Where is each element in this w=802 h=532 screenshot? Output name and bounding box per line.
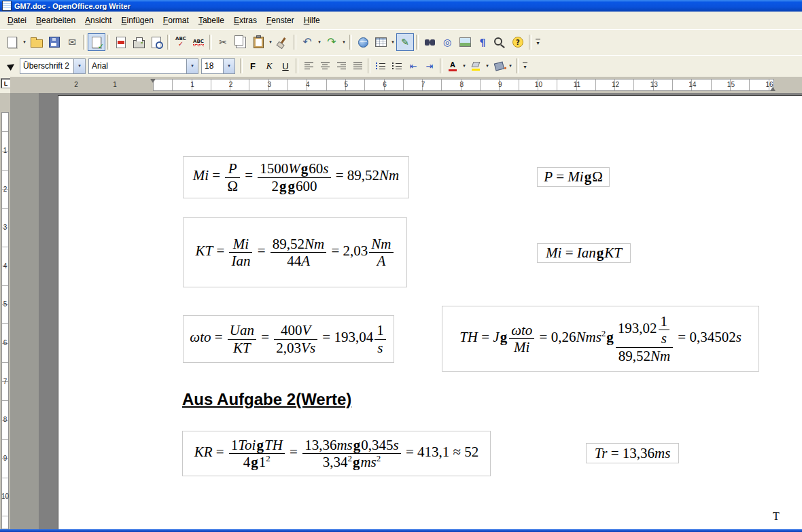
- formula-mi2-object[interactable]: Mi = IangKT: [537, 243, 631, 263]
- font-color-button[interactable]: A: [444, 58, 461, 74]
- paste-button[interactable]: [249, 33, 267, 51]
- formula-p-object[interactable]: P = MigΩ: [537, 167, 610, 187]
- zoom-button[interactable]: [491, 33, 509, 51]
- menu-fenster[interactable]: Fenster: [262, 14, 299, 27]
- redo-dropdown[interactable]: ▾: [341, 39, 347, 45]
- align-left-button[interactable]: [300, 58, 317, 74]
- redo-button[interactable]: ↷: [323, 33, 341, 51]
- page-preview-icon: [152, 37, 161, 48]
- missing-glyph: g: [584, 169, 593, 185]
- toolbar-separator: [440, 58, 442, 73]
- fraction: UanKT: [228, 322, 256, 355]
- fraction: NmA: [369, 236, 393, 269]
- vertical-ruler[interactable]: 12345678910: [0, 93, 10, 529]
- ruler-number: 12: [612, 82, 619, 88]
- superscript: 2: [347, 453, 352, 463]
- vertical-ruler-active-area[interactable]: [1, 112, 9, 529]
- math-text: ωto: [511, 322, 532, 338]
- export-pdf-button[interactable]: [112, 33, 130, 51]
- math-text: Nms: [576, 329, 601, 345]
- bold-button[interactable]: F: [245, 58, 261, 74]
- draw-functions-button[interactable]: ✎: [396, 33, 414, 51]
- undo-button[interactable]: ↶: [298, 33, 316, 51]
- increase-indent-button[interactable]: ⇥: [421, 58, 438, 74]
- save-button[interactable]: [46, 33, 63, 51]
- math-text: s: [736, 329, 742, 345]
- hyperlink-button[interactable]: [354, 33, 372, 51]
- copy-button[interactable]: [232, 33, 249, 51]
- insert-table-dropdown[interactable]: ▾: [389, 39, 396, 45]
- math-text: 4: [243, 454, 251, 470]
- menu-hilfe[interactable]: Hilfe: [299, 14, 325, 27]
- menu-ansicht[interactable]: Ansicht: [80, 14, 116, 27]
- bullet-list-button[interactable]: [389, 58, 405, 74]
- ruler-number: 13: [650, 82, 658, 88]
- missing-glyph: g: [279, 178, 287, 194]
- menu-extras[interactable]: Extras: [229, 14, 262, 27]
- highlighting-dropdown[interactable]: ▾: [484, 63, 491, 69]
- menu-format[interactable]: Format: [158, 14, 194, 27]
- undo-dropdown[interactable]: ▾: [316, 39, 323, 45]
- font-color-dropdown[interactable]: ▾: [461, 63, 468, 69]
- paragraph-style-dropdown[interactable]: ▾: [73, 59, 85, 73]
- formatting-toolbar-overflow[interactable]: ▾: [521, 62, 529, 70]
- math-text: 44: [287, 253, 301, 269]
- tab-stop-selector[interactable]: L: [1, 78, 11, 88]
- new-document-button[interactable]: [3, 33, 21, 51]
- insert-table-button[interactable]: [372, 33, 389, 51]
- auto-spellcheck-button[interactable]: ABC: [190, 33, 207, 51]
- document-heading[interactable]: Aus Aufgabe 2(Werte): [182, 390, 351, 409]
- math-text: = 0,34502: [674, 329, 736, 345]
- font-size-dropdown[interactable]: ▾: [223, 59, 234, 73]
- format-paintbrush-button[interactable]: [274, 33, 292, 51]
- menu-einfuegen[interactable]: Einfügen: [116, 14, 158, 27]
- menu-datei[interactable]: Datei: [3, 14, 31, 27]
- nonprinting-characters-button[interactable]: ¶: [474, 33, 491, 51]
- styles-and-formatting-button[interactable]: [3, 58, 20, 74]
- italic-button[interactable]: K: [261, 58, 277, 74]
- help-button[interactable]: ?: [509, 33, 527, 51]
- edit-file-button[interactable]: ✓: [88, 33, 105, 51]
- cut-button[interactable]: ✂: [214, 33, 232, 51]
- justify-button[interactable]: [349, 58, 366, 74]
- underline-icon: U: [282, 61, 288, 71]
- printer-icon: [133, 40, 145, 48]
- font-name-combo[interactable]: Arial ▾: [88, 58, 198, 74]
- new-document-dropdown[interactable]: ▾: [21, 39, 28, 45]
- page-preview-button[interactable]: [147, 33, 165, 51]
- email-button[interactable]: ✉: [63, 33, 81, 51]
- horizontal-ruler[interactable]: 2112345678910111213141516: [10, 77, 802, 93]
- document-stray-text[interactable]: T: [773, 510, 780, 522]
- navigator-button[interactable]: ◎: [438, 33, 456, 51]
- menu-tabelle[interactable]: Tabelle: [194, 14, 229, 27]
- formula-tr-object[interactable]: Tr = 13,36ms: [586, 443, 679, 463]
- align-right-button[interactable]: [333, 58, 349, 74]
- formula-wto-object[interactable]: ωto = UanKT = 400V2,03Vs = 193,041s: [183, 315, 394, 363]
- align-center-button[interactable]: [317, 58, 333, 74]
- formula-th-object[interactable]: TH = JgωtoMi = 0,26Nms2g193,021s89,52Nm …: [442, 306, 759, 372]
- spellcheck-button[interactable]: ABC✓: [172, 33, 190, 51]
- open-button[interactable]: [28, 33, 46, 51]
- paragraph-style-combo[interactable]: Überschrift 2 ▾: [20, 58, 86, 74]
- formula-kt-object[interactable]: KT = MiIan = 89,52Nm44A = 2,03NmA: [183, 217, 407, 287]
- formula-mi-object[interactable]: Mi = PΩ = 1500Wg60s2gg600 = 89,52Nm: [183, 156, 409, 198]
- left-indent-marker[interactable]: [150, 79, 156, 83]
- find-replace-button[interactable]: [421, 33, 438, 51]
- math-text: =: [286, 444, 301, 460]
- highlighting-button[interactable]: [468, 58, 484, 74]
- font-size-combo[interactable]: 18 ▾: [201, 58, 235, 74]
- font-name-dropdown[interactable]: ▾: [186, 59, 198, 73]
- menu-bearbeiten[interactable]: Bearbeiten: [31, 14, 80, 27]
- paste-dropdown[interactable]: ▾: [267, 39, 274, 45]
- math-text: = 13,36: [607, 445, 655, 461]
- background-color-button[interactable]: [491, 58, 507, 74]
- gallery-button[interactable]: [456, 33, 474, 51]
- title-bar[interactable]: GM7.doc - OpenOffice.org Writer: [0, 0, 802, 12]
- print-button[interactable]: [130, 33, 147, 51]
- formula-kr-object[interactable]: KR = 1ToigTH4g12 = 13,36msg0,345s3,342gm…: [182, 431, 491, 476]
- standard-toolbar-overflow[interactable]: ▾: [534, 38, 542, 46]
- decrease-indent-button[interactable]: ⇤: [405, 58, 421, 74]
- background-color-dropdown[interactable]: ▾: [507, 63, 514, 69]
- numbered-list-button[interactable]: [372, 58, 389, 74]
- underline-button[interactable]: U: [277, 58, 294, 74]
